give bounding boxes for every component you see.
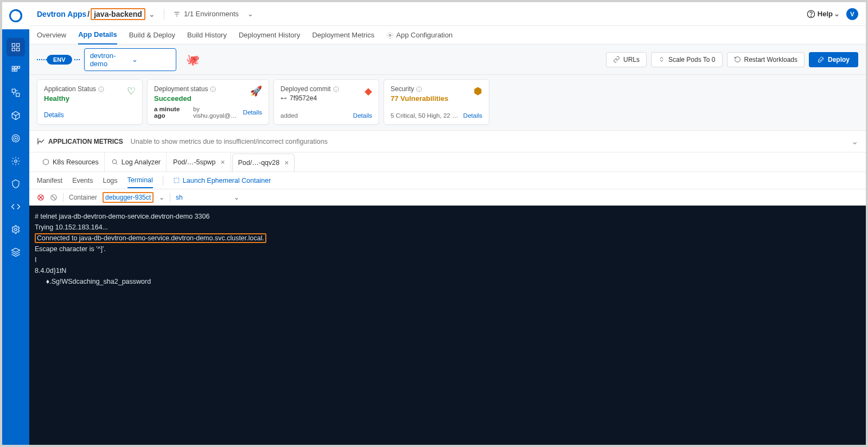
tab-pod-1[interactable]: Pod/…-5spwp× bbox=[168, 152, 231, 172]
nav-settings-icon[interactable] bbox=[7, 152, 25, 170]
env-pill: ENV bbox=[47, 55, 72, 65]
nav-stack-icon[interactable] bbox=[7, 243, 25, 261]
breadcrumb: Devtron Apps / java-backend ⌄ bbox=[37, 8, 155, 20]
subtab-events[interactable]: Events bbox=[72, 177, 93, 184]
restart-workloads-button[interactable]: Restart Workloads bbox=[727, 52, 805, 67]
disconnect-icon[interactable] bbox=[37, 194, 44, 201]
nav-grid-icon[interactable] bbox=[7, 61, 25, 79]
tab-build-deploy[interactable]: Build & Deploy bbox=[129, 26, 175, 44]
env-select[interactable]: devtron-demo ⌄ bbox=[84, 48, 176, 71]
svg-rect-7 bbox=[18, 66, 20, 68]
container-label: Container bbox=[69, 194, 97, 201]
heartbeat-icon: ♡ bbox=[127, 85, 136, 97]
info-icon bbox=[98, 86, 104, 92]
nav-extend-icon[interactable] bbox=[7, 84, 25, 102]
card-security: Security ⬢ 77 Vulnerabilities 5 Critical… bbox=[384, 79, 489, 125]
chevron-down-icon[interactable]: ⌄ bbox=[247, 10, 253, 18]
card-title: Deployment status bbox=[154, 85, 262, 93]
env-row: ENV devtron-demo ⌄ 🐙 URLs Scale Pods To … bbox=[29, 44, 866, 75]
svg-rect-6 bbox=[15, 66, 17, 68]
close-icon[interactable]: × bbox=[284, 158, 289, 167]
card-details-link[interactable]: Details bbox=[353, 112, 372, 119]
nav-cube-icon[interactable] bbox=[7, 106, 25, 125]
container-select[interactable]: debugger-935ct ⌄ bbox=[103, 192, 164, 203]
nav-radar-icon[interactable] bbox=[7, 129, 25, 148]
bug-icon: ⬢ bbox=[474, 85, 482, 97]
card-details-link[interactable]: Details bbox=[243, 109, 262, 116]
env-filter-text: 1/1 Environments bbox=[184, 10, 239, 18]
close-icon[interactable]: × bbox=[221, 158, 225, 167]
chevron-down-icon: ⌄ bbox=[132, 55, 170, 63]
main-tabs: Overview App Details Build & Deploy Buil… bbox=[29, 26, 866, 44]
rocket-icon: 🚀 bbox=[250, 85, 262, 97]
tab-overview[interactable]: Overview bbox=[37, 26, 66, 44]
metrics-row[interactable]: APPLICATION METRICS Unable to show metri… bbox=[29, 130, 866, 152]
breadcrumb-separator: / bbox=[87, 10, 90, 18]
info-icon bbox=[333, 86, 339, 92]
subtab-logs[interactable]: Logs bbox=[103, 177, 117, 184]
mascot-icon: 🐙 bbox=[186, 53, 200, 66]
scale-pods-button[interactable]: Scale Pods To 0 bbox=[651, 52, 723, 67]
main-area: Devtron Apps / java-backend ⌄ 1/1 Enviro… bbox=[29, 2, 866, 445]
divider bbox=[164, 9, 164, 20]
tab-deploy-metrics[interactable]: Deployment Metrics bbox=[312, 26, 374, 44]
svg-rect-42 bbox=[174, 178, 179, 183]
tab-deploy-history[interactable]: Deployment History bbox=[239, 26, 300, 44]
env-select-value: devtron-demo bbox=[90, 52, 129, 68]
breadcrumb-app[interactable]: java-backend bbox=[91, 8, 145, 20]
env-pill-group: ENV bbox=[37, 55, 80, 65]
commit-hash: ⊷7f9572e4 bbox=[280, 94, 372, 102]
nav-gear-icon[interactable] bbox=[7, 220, 25, 239]
chevron-down-icon[interactable]: ⌄ bbox=[851, 136, 858, 146]
deploy-button[interactable]: Deploy bbox=[809, 52, 858, 67]
tab-app-config[interactable]: App Configuration bbox=[386, 26, 452, 44]
info-icon bbox=[210, 86, 216, 92]
card-details-link[interactable]: Details bbox=[463, 112, 482, 119]
card-footer: added Details bbox=[280, 112, 372, 119]
nav-code-icon[interactable] bbox=[7, 197, 25, 216]
svg-point-26 bbox=[390, 34, 392, 36]
card-title: Application Status bbox=[44, 85, 136, 93]
svg-point-40 bbox=[112, 159, 117, 164]
clear-icon[interactable] bbox=[50, 194, 58, 201]
shell-select[interactable]: sh ⌄ bbox=[176, 194, 239, 201]
logo[interactable] bbox=[2, 2, 29, 29]
nav-apps-icon[interactable] bbox=[7, 38, 25, 56]
terminal-controls: Container debugger-935ct ⌄ sh ⌄ bbox=[29, 189, 866, 206]
chevron-down-icon: ⌄ bbox=[234, 194, 239, 201]
launch-ephemeral-button[interactable]: Launch Ephemeral Container bbox=[173, 177, 271, 184]
sidebar bbox=[2, 2, 29, 445]
chevron-down-icon: ⌄ bbox=[159, 194, 164, 201]
terminal-line: I bbox=[35, 254, 860, 265]
svg-rect-11 bbox=[16, 93, 20, 97]
svg-marker-20 bbox=[12, 248, 20, 253]
help-label: Help bbox=[818, 10, 833, 18]
terminal-output[interactable]: # telnet java-db-devtron-demo-service.de… bbox=[29, 206, 866, 445]
subtab-manifest[interactable]: Manifest bbox=[37, 177, 62, 184]
terminal-line: # telnet java-db-devtron-demo-service.de… bbox=[35, 211, 860, 222]
status-cards: Application Status ♡ Healthy Details Dep… bbox=[29, 75, 866, 130]
svg-rect-3 bbox=[12, 48, 15, 51]
svg-rect-4 bbox=[17, 48, 20, 51]
svg-line-45 bbox=[52, 195, 56, 199]
help-button[interactable]: Help ⌄ bbox=[807, 10, 840, 18]
svg-rect-1 bbox=[12, 43, 15, 46]
metrics-message: Unable to show metrics due to insufficie… bbox=[131, 138, 844, 145]
chevron-down-icon[interactable]: ⌄ bbox=[149, 10, 155, 18]
card-details-link[interactable]: Details bbox=[44, 111, 136, 119]
tab-k8s-resources[interactable]: K8s Resources bbox=[37, 152, 105, 172]
tab-log-analyzer[interactable]: Log Analyzer bbox=[106, 152, 167, 172]
svg-point-16 bbox=[14, 136, 18, 141]
card-title: Deployed commit bbox=[280, 85, 372, 93]
urls-button[interactable]: URLs bbox=[606, 52, 647, 67]
tab-pod-2[interactable]: Pod/…-qqv28× bbox=[232, 154, 295, 171]
card-app-status: Application Status ♡ Healthy Details bbox=[37, 79, 143, 125]
avatar[interactable]: V bbox=[846, 8, 858, 20]
subtab-terminal[interactable]: Terminal bbox=[127, 176, 153, 188]
env-filter[interactable]: 1/1 Environments ⌄ bbox=[173, 10, 253, 18]
resource-tabs: K8s Resources Log Analyzer Pod/…-5spwp× … bbox=[29, 152, 866, 172]
tab-app-details[interactable]: App Details bbox=[78, 26, 117, 44]
breadcrumb-root[interactable]: Devtron Apps bbox=[37, 10, 86, 18]
tab-build-history[interactable]: Build History bbox=[187, 26, 227, 44]
nav-shield-icon[interactable] bbox=[7, 175, 25, 193]
